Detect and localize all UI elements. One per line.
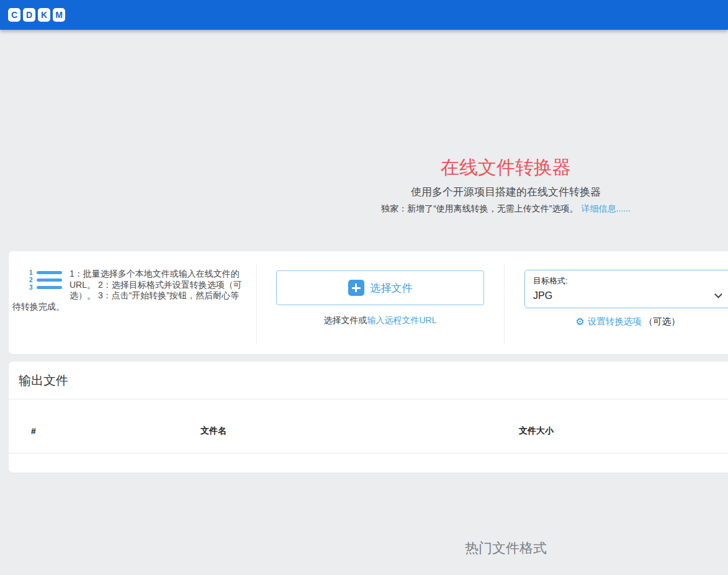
list-number: 1 bbox=[29, 270, 34, 275]
logo-letter-box: K bbox=[38, 8, 50, 22]
remote-url-link[interactable]: 输入远程文件URL bbox=[367, 315, 436, 325]
conversion-options-link[interactable]: 设置转换选项 bbox=[575, 316, 641, 328]
list-number: 2 bbox=[29, 277, 34, 283]
logo-letter-box: C bbox=[8, 8, 20, 22]
col-header-filesize: 文件大小 bbox=[369, 409, 704, 453]
output-table-wrap: # 文件名 文件大小 bbox=[9, 399, 728, 453]
app-header: C D K M bbox=[0, 0, 728, 30]
page: C D K M 在线文件转换器 使用多个开源项目搭建的在线文件转换器 独家：新增… bbox=[0, 0, 728, 575]
file-caption: 选择文件或输入远程文件URL bbox=[276, 315, 484, 326]
file-select-column: 选择文件 选择文件或输入远程文件URL bbox=[256, 251, 504, 354]
promo-details-link[interactable]: 详细信息...... bbox=[581, 203, 630, 213]
list-bar bbox=[37, 279, 62, 282]
target-format-label: 目标格式: bbox=[533, 275, 722, 287]
page-subtitle: 使用多个开源项目搭建的在线文件转换器 bbox=[0, 185, 728, 199]
col-header-offscreen bbox=[704, 409, 728, 453]
ordered-list-icon: 1 2 3 bbox=[29, 270, 62, 292]
output-files-title: 输出文件 bbox=[19, 373, 68, 387]
choose-file-button[interactable]: 选择文件 bbox=[276, 270, 484, 305]
target-format-column: 目标格式: JPG 设置转换选项 （可选） bbox=[504, 251, 728, 354]
promo-text: 独家：新增了“使用离线转换，无需上传文件”选项。 bbox=[381, 203, 578, 213]
choose-file-button-label: 选择文件 bbox=[371, 281, 413, 295]
target-format-select[interactable]: JPG bbox=[533, 290, 722, 301]
target-format-box: 目标格式: JPG bbox=[524, 270, 728, 308]
col-header-filename: 文件名 bbox=[58, 409, 369, 453]
gear-icon bbox=[575, 317, 584, 327]
promo-line: 独家：新增了“使用离线转换，无需上传文件”选项。详细信息...... bbox=[0, 203, 728, 215]
logo-letter-box: D bbox=[23, 8, 35, 22]
conversion-options-label: 设置转换选项 bbox=[588, 316, 642, 328]
format-selected-value: JPG bbox=[533, 290, 552, 301]
list-bar bbox=[37, 271, 62, 274]
chevron-down-icon bbox=[714, 290, 722, 298]
caption-text: 选择文件或 bbox=[323, 315, 367, 325]
output-files-header: 输出文件 bbox=[9, 362, 728, 399]
conversion-options-row: 设置转换选项 （可选） bbox=[524, 316, 728, 328]
popular-formats-title: 热门文件格式 bbox=[0, 539, 728, 558]
logo[interactable]: C D K M bbox=[8, 8, 65, 22]
col-header-index: # bbox=[9, 409, 58, 453]
plus-icon bbox=[348, 280, 364, 296]
page-title: 在线文件转换器 bbox=[0, 155, 728, 181]
table-header-row: # 文件名 文件大小 bbox=[9, 409, 728, 453]
list-number: 3 bbox=[29, 285, 34, 290]
output-files-table: # 文件名 文件大小 bbox=[9, 409, 728, 453]
list-bar bbox=[37, 286, 62, 289]
output-files-card: 输出文件 # 文件名 文件大小 bbox=[9, 362, 728, 473]
converter-panel: 1 2 3 1：批量选择多个本地文件或输入在线文件的 URL。 2：选择目标格式… bbox=[9, 251, 728, 354]
instructions-column: 1 2 3 1：批量选择多个本地文件或输入在线文件的 URL。 2：选择目标格式… bbox=[9, 251, 256, 354]
options-optional-note: （可选） bbox=[644, 316, 680, 328]
logo-letter-box: M bbox=[53, 8, 65, 22]
